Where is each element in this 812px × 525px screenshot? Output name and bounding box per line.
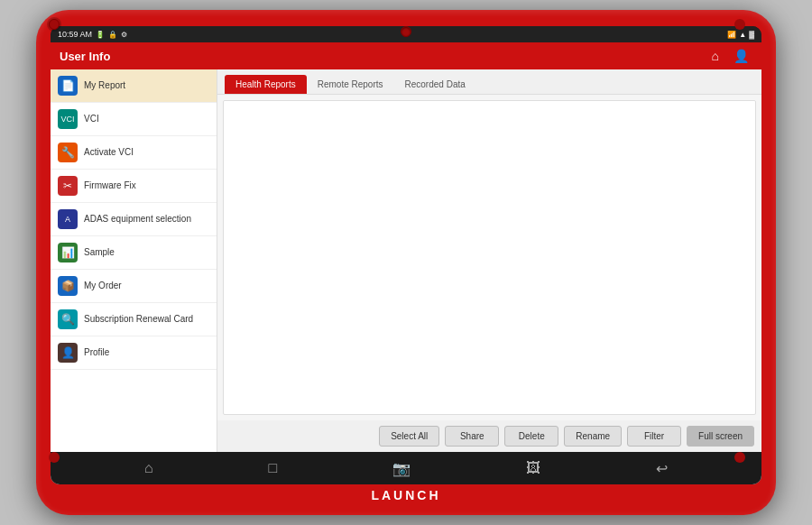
settings-dot-icon: ⚙: [121, 31, 127, 39]
sidebar-item-firmware-fix[interactable]: ✂ Firmware Fix: [51, 170, 217, 203]
tablet-device: 10:59 AM 🔋 🔒 ⚙ 📶 ▲ ▓ User Info ⌂ 👤: [36, 10, 776, 515]
action-buttons-row2: Filter Full screen: [627, 426, 754, 447]
battery-full-icon: ▓: [749, 31, 754, 39]
top-bar: User Info ⌂ 👤: [51, 42, 761, 69]
right-panel: Health Reports Remote Reports Recorded D…: [217, 69, 761, 452]
filter-button[interactable]: Filter: [627, 426, 681, 447]
sidebar-icon-sample: 📊: [58, 243, 78, 262]
battery-icon: 🔋: [96, 31, 105, 39]
tab-health-reports[interactable]: Health Reports: [225, 75, 307, 94]
nav-camera-icon[interactable]: 📷: [385, 456, 418, 481]
sidebar-icon-adas: A: [58, 209, 78, 229]
sidebar-item-profile[interactable]: 👤 Profile: [51, 336, 217, 370]
sidebar-icon-subscription: 🔍: [58, 309, 78, 329]
tab-recorded-data[interactable]: Recorded Data: [394, 75, 476, 94]
wifi-icon: 📶: [727, 31, 736, 39]
sidebar-label-firmware-fix: Firmware Fix: [84, 180, 136, 191]
sidebar-item-sample[interactable]: 📊 Sample: [51, 236, 217, 270]
share-button[interactable]: Share: [445, 426, 499, 447]
sidebar-item-vci[interactable]: VCI VCI: [51, 103, 217, 136]
action-buttons: Select All Share Delete Rename Filter Fu…: [217, 420, 761, 452]
nav-home-icon[interactable]: ⌂: [137, 456, 161, 480]
app-content: User Info ⌂ 👤 📄 My Report: [51, 42, 761, 484]
content-area: [223, 100, 756, 415]
nav-return-icon[interactable]: ↩: [649, 456, 675, 481]
action-buttons-row1: Select All Share Delete Rename: [379, 426, 622, 447]
sidebar-icon-vci: VCI: [58, 109, 78, 129]
sidebar-icon-my-report: 📄: [58, 76, 78, 96]
status-bar: 10:59 AM 🔋 🔒 ⚙ 📶 ▲ ▓: [51, 26, 761, 42]
bottom-nav: ⌂ □ 📷 🖼 ↩: [51, 452, 761, 484]
sidebar-item-subscription[interactable]: 🔍 Subscription Renewal Card: [51, 303, 217, 336]
main-layout: 📄 My Report VCI VCI 🔧 A: [51, 69, 761, 452]
tab-remote-reports[interactable]: Remote Reports: [307, 75, 394, 94]
sidebar-icon-profile: 👤: [58, 343, 78, 363]
lock-icon: 🔒: [108, 31, 117, 39]
sidebar-label-adas: ADAS equipment selection: [84, 214, 191, 225]
sidebar-item-activate-vci[interactable]: 🔧 Activate VCI: [51, 136, 217, 170]
delete-button[interactable]: Delete: [504, 426, 558, 447]
sidebar-label-activate-vci: Activate VCI: [84, 147, 134, 158]
signal-icon: ▲: [739, 31, 746, 39]
sidebar-label-vci: VCI: [84, 114, 99, 124]
top-bar-icons: ⌂ 👤: [708, 47, 752, 65]
home-icon[interactable]: ⌂: [708, 47, 723, 65]
sidebar-label-sample: Sample: [84, 247, 115, 258]
sidebar-label-subscription: Subscription Renewal Card: [84, 314, 193, 325]
sidebar: 📄 My Report VCI VCI 🔧 A: [51, 69, 217, 452]
full-screen-button[interactable]: Full screen: [687, 426, 754, 447]
rename-button[interactable]: Rename: [564, 426, 622, 447]
sidebar-item-adas[interactable]: A ADAS equipment selection: [51, 203, 217, 236]
sidebar-label-my-order: My Order: [84, 281, 122, 291]
status-time: 10:59 AM: [58, 30, 92, 39]
sidebar-label-my-report: My Report: [84, 80, 125, 91]
user-icon[interactable]: 👤: [730, 47, 752, 65]
launch-brand-label: LAUNCH: [371, 488, 440, 502]
tabs-bar: Health Reports Remote Reports Recorded D…: [217, 69, 761, 95]
select-all-button[interactable]: Select All: [379, 426, 439, 447]
screen: 10:59 AM 🔋 🔒 ⚙ 📶 ▲ ▓ User Info ⌂ 👤: [51, 26, 761, 484]
sidebar-icon-firmware-fix: ✂: [58, 176, 78, 196]
nav-gallery-icon[interactable]: 🖼: [519, 456, 548, 480]
sidebar-label-profile: Profile: [84, 347, 109, 358]
sidebar-item-my-order[interactable]: 📦 My Order: [51, 270, 217, 303]
status-icons-right: 📶 ▲ ▓: [727, 31, 754, 39]
sidebar-item-my-report[interactable]: 📄 My Report: [51, 69, 217, 103]
nav-back-icon[interactable]: □: [262, 456, 285, 480]
sidebar-icon-activate-vci: 🔧: [58, 143, 78, 162]
page-title: User Info: [60, 50, 110, 63]
sidebar-icon-my-order: 📦: [58, 276, 78, 296]
